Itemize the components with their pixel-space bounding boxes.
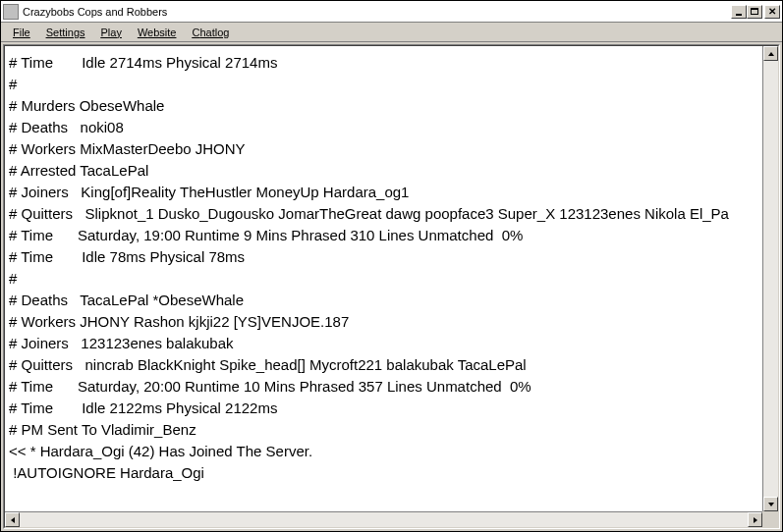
log-line: # Joiners King[of]Reality TheHustler Mon… — [9, 182, 774, 203]
titlebar[interactable]: Crazybobs Cops and Robbers ✕ — [1, 1, 782, 23]
log-line: # PM Sent To Vladimir_Benz — [9, 419, 774, 441]
log-line: # Deaths TacaLePal *ObeseWhale — [9, 290, 774, 311]
window-controls: ✕ — [731, 5, 780, 19]
minimize-icon — [736, 14, 742, 16]
app-icon — [3, 4, 19, 20]
maximize-button[interactable] — [747, 5, 762, 19]
log-line: # Workers JHONY Rashon kjkji22 [YS]VENJO… — [9, 311, 774, 333]
menu-settings[interactable]: Settings — [38, 25, 93, 40]
menubar: File Settings Play Website Chatlog — [1, 23, 782, 42]
menu-file[interactable]: File — [5, 25, 38, 40]
log-line: # Quitters Slipknot_1 Dusko_Dugousko Jom… — [9, 203, 774, 225]
arrow-down-icon — [768, 503, 774, 506]
log-line: # Time Idle 2714ms Physical 2714ms — [9, 52, 774, 74]
close-icon: ✕ — [768, 7, 776, 17]
close-button[interactable]: ✕ — [764, 5, 780, 19]
log-line: # Time Saturday, 20:00 Runtime 10 Mins P… — [9, 376, 774, 398]
scroll-up-button[interactable] — [763, 46, 778, 61]
maximize-icon — [751, 8, 758, 15]
log-line: # Quitters nincrab BlackKnight Spike_hea… — [9, 354, 774, 376]
scroll-right-button[interactable] — [748, 512, 762, 527]
menu-chatlog[interactable]: Chatlog — [184, 25, 237, 40]
log-line: # Deaths noki08 — [9, 117, 774, 138]
log-line: # — [9, 74, 774, 95]
arrow-left-icon — [11, 517, 15, 523]
app-window: Crazybobs Cops and Robbers ✕ File Settin… — [0, 0, 783, 532]
menu-website[interactable]: Website — [130, 25, 185, 40]
scroll-corner — [762, 511, 778, 527]
log-line: # — [9, 268, 774, 290]
scroll-left-button[interactable] — [5, 512, 20, 527]
scroll-track-horizontal[interactable] — [20, 512, 748, 527]
log-line: # Joiners 123123enes balakubak — [9, 333, 774, 354]
window-title: Crazybobs Cops and Robbers — [23, 6, 731, 18]
scroll-down-button[interactable] — [763, 497, 778, 511]
log-line: # Time Saturday, 19:00 Runtime 9 Mins Ph… — [9, 225, 774, 246]
arrow-up-icon — [768, 52, 774, 56]
log-view[interactable]: # Time Idle 2714ms Physical 2714ms # # M… — [5, 46, 778, 511]
horizontal-scrollbar[interactable] — [5, 511, 762, 527]
content-inner: # Time Idle 2714ms Physical 2714ms # # M… — [4, 45, 779, 528]
menu-play[interactable]: Play — [93, 25, 130, 40]
log-line: # Time Idle 78ms Physical 78ms — [9, 246, 774, 268]
log-line: # Arrested TacaLePal — [9, 160, 774, 182]
scroll-track-vertical[interactable] — [763, 61, 778, 497]
log-line: # Workers MixMasterDeebo JHONY — [9, 138, 774, 160]
minimize-button[interactable] — [731, 5, 747, 19]
log-line: # Murders ObeseWhale — [9, 95, 774, 117]
content-area: # Time Idle 2714ms Physical 2714ms # # M… — [3, 44, 780, 529]
log-line: !AUTOIGNORE Hardara_Ogi — [9, 462, 774, 484]
log-line: << * Hardara_Ogi (42) Has Joined The Ser… — [9, 441, 774, 462]
vertical-scrollbar[interactable] — [762, 46, 778, 511]
arrow-right-icon — [754, 517, 757, 523]
log-line: # Time Idle 2122ms Physical 2122ms — [9, 398, 774, 419]
